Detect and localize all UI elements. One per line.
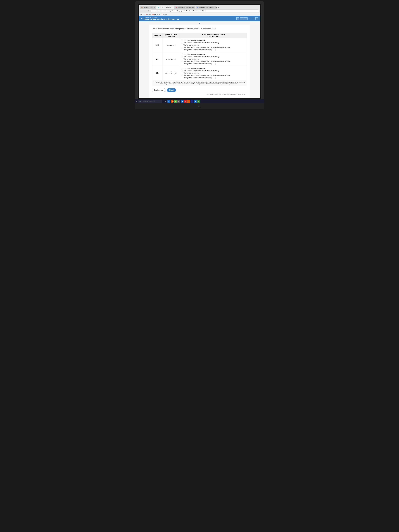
- nh2-correct-number-input[interactable]: [200, 58, 204, 60]
- options-beh2: Yes, it's a reasonable structure. No, th…: [180, 38, 247, 52]
- radio-nh2-yes[interactable]: [181, 54, 183, 55]
- radio-beh2-yes[interactable]: [181, 40, 183, 41]
- youtube-icon: ▶: [152, 13, 154, 15]
- chevron-down-icon[interactable]: ∨: [199, 22, 200, 24]
- tab-mcgrawhill[interactable]: 📚 McGraw-Hill Education Campus ×: [174, 6, 195, 9]
- address-bar-row: ← → ↻: [140, 10, 259, 12]
- taskbar-teams-icon[interactable]: T: [190, 100, 193, 103]
- taskbar-search-box[interactable]: 🔍: [138, 100, 162, 103]
- radio-ocl2-wrong-count[interactable]: [181, 70, 183, 71]
- lewis-structure-nh2: [H — N = H]−: [166, 58, 176, 60]
- check-button[interactable]: Check: [167, 88, 176, 92]
- molecule-beh2: BeH2: [152, 38, 163, 52]
- cortana-circle[interactable]: ○: [163, 100, 164, 102]
- molecule-table: molecule proposed Lewisstructure Is this…: [152, 33, 247, 86]
- content-area: ☰ CHEMICAL BONDING Recognizing exception…: [139, 16, 260, 98]
- undo-btn[interactable]: ↺: [252, 17, 255, 20]
- tool-btn-1[interactable]: [236, 17, 239, 20]
- nh2-problem-atoms-input[interactable]: [211, 63, 215, 65]
- explanation-button[interactable]: Explanation: [152, 88, 165, 92]
- bookmark-youtube[interactable]: ▶ YouTube: [152, 13, 160, 15]
- radio-beh2-wrong-count[interactable]: [181, 42, 183, 44]
- bookmark-apps[interactable]: ⊞ Apps: [139, 13, 145, 15]
- reload-button[interactable]: ↻: [147, 10, 150, 12]
- tab-mywings[interactable]: 🏠 myWings - UNF ×: [140, 6, 156, 9]
- tab-label: myWings - UNF: [144, 7, 153, 8]
- instruction-text: Decide whether the Lewis structure propo…: [152, 27, 247, 31]
- bookmark-gmail[interactable]: M Gmail: [146, 14, 151, 15]
- beh2-problem-atoms-input[interactable]: [211, 49, 215, 51]
- gmail-icon: M: [146, 14, 147, 15]
- tab-lindsay[interactable]: A ALEKS Lindsay Brooks · Learn ×: [196, 6, 217, 9]
- back-button[interactable]: ←: [140, 10, 143, 12]
- aleks-header: ☰ CHEMICAL BONDING Recognizing exception…: [139, 16, 260, 21]
- footnote-text: * If two or more atoms have the wrong nu…: [152, 80, 247, 86]
- options-ocl2: Yes, it's a reasonable structure. No, th…: [180, 66, 247, 80]
- lewis-structure-ocl2: · · :Cl — · · · · Ö ··: [165, 74, 177, 76]
- menu-icon[interactable]: ☰: [141, 17, 142, 20]
- tab-close-mywings[interactable]: ×: [154, 7, 155, 8]
- taskbar-dropbox-icon[interactable]: ◆: [181, 100, 184, 103]
- taskbar-firefox-icon[interactable]: ⊙: [171, 100, 174, 103]
- page-content: Decide whether the Lewis structure propo…: [149, 25, 250, 98]
- start-button[interactable]: ⊞: [136, 100, 138, 102]
- molecule-name: NH2−: [156, 58, 159, 60]
- molecule-name: OCl2: [156, 72, 159, 74]
- taskbar-excel-icon[interactable]: X: [197, 100, 200, 103]
- table-row: NH2− [H — N = H]−: [152, 52, 247, 66]
- structure-nh2: [H — N = H]−: [163, 52, 180, 66]
- option-label: Yes, it's a reasonable structure.: [184, 67, 206, 69]
- taskbar-search-input[interactable]: [142, 101, 161, 102]
- taskbar-edge-icon[interactable]: e: [167, 100, 170, 103]
- lewis-structure-beh2: H — Be — H: [166, 44, 176, 46]
- taskbar-folder-icon[interactable]: 📁: [174, 100, 177, 103]
- option-label: No, some atoms have the wrong number of …: [184, 74, 231, 76]
- task-view-btn[interactable]: ⊟: [165, 100, 166, 102]
- help-btn[interactable]: ?: [255, 17, 258, 20]
- tool-btn-2[interactable]: [240, 17, 243, 20]
- sub-label: The symbols of the problem atoms are:: [183, 49, 211, 51]
- sub-label: The symbols of the problem atoms are:: [183, 77, 211, 79]
- radio-beh2-wrong-electrons[interactable]: [181, 47, 183, 48]
- option-label: Yes, it's a reasonable structure.: [184, 39, 206, 41]
- radio-ocl2-yes[interactable]: [181, 68, 183, 69]
- bookmark-label: Gmail: [147, 14, 151, 15]
- forward-button[interactable]: →: [144, 10, 146, 12]
- ocl2-correct-number-input[interactable]: [200, 72, 204, 74]
- sub-label: The correct number is:: [183, 72, 199, 74]
- sub-label: The correct number is:: [183, 58, 199, 60]
- sub-label: The symbols of the problem atoms are:: [183, 63, 211, 65]
- tab-aleks[interactable]: 🧪 ALEKS Chemistry ×: [156, 6, 174, 9]
- new-tab-button[interactable]: +: [217, 6, 220, 9]
- buttons-row: Explanation Check: [152, 87, 247, 93]
- taskbar-o-icon[interactable]: O: [187, 100, 190, 103]
- header-title-section: CHEMICAL BONDING Recognizing exceptions …: [144, 17, 235, 20]
- maps-icon: 📍: [161, 13, 163, 15]
- structure-beh2: H — Be — H: [163, 38, 180, 52]
- radio-ocl2-wrong-electrons[interactable]: [181, 75, 183, 76]
- page-title: Recognizing exceptions to the octet rule: [144, 18, 235, 20]
- tab-icon: 🏠: [141, 7, 143, 8]
- taskbar-s-icon[interactable]: S: [184, 100, 187, 103]
- search-icon: 🔍: [139, 101, 141, 102]
- tab-close-aleks[interactable]: ×: [172, 7, 173, 8]
- hp-logo: hp: [198, 105, 201, 107]
- address-input[interactable]: [151, 10, 259, 12]
- options-nh2: Yes, it's a reasonable structure. No, th…: [180, 52, 247, 66]
- sub-label: The correct number is:: [183, 44, 199, 46]
- taskbar-word-icon[interactable]: W: [194, 100, 197, 103]
- apps-icon: ⊞: [139, 13, 141, 15]
- ocl2-problem-atoms-input[interactable]: [211, 77, 215, 79]
- section-label: CHEMICAL BONDING: [144, 17, 235, 18]
- beh2-correct-number-input[interactable]: [200, 44, 204, 46]
- close-tool-btn[interactable]: ×: [249, 17, 252, 20]
- tab-icon: 📚: [176, 7, 177, 8]
- bookmark-maps[interactable]: 📍 Maps: [161, 13, 167, 15]
- radio-nh2-wrong-count[interactable]: [181, 56, 183, 57]
- radio-nh2-wrong-electrons[interactable]: [181, 61, 183, 62]
- taskbar-mail-icon[interactable]: ✉: [177, 100, 180, 103]
- option-label: No, some atoms have the wrong number of …: [184, 46, 231, 48]
- tool-btn-3[interactable]: [243, 17, 247, 20]
- bookmarks-bar: ⊞ Apps M Gmail ▶ YouTube 📍 Maps: [139, 13, 260, 16]
- chevron-section: ∨: [139, 21, 260, 25]
